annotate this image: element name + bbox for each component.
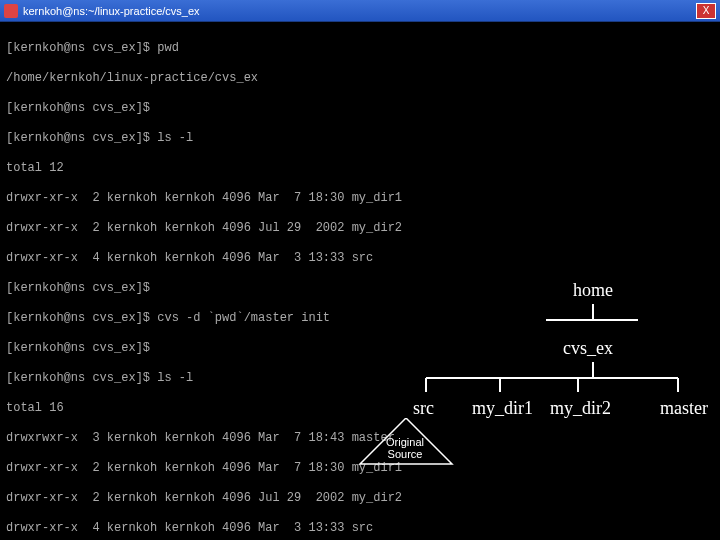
out-ls1-1: drwxr-xr-x 2 kernkoh kernkoh 4096 Mar 7 … (6, 191, 714, 206)
tree-node-cvs-ex: cvs_ex (563, 338, 613, 359)
close-button[interactable]: X (696, 3, 716, 19)
out-pwd: /home/kernkoh/linux-practice/cvs_ex (6, 71, 714, 86)
tree-node-home: home (573, 280, 613, 301)
tree-node-master: master (660, 398, 708, 419)
out-ls2-3: drwxr-xr-x 2 kernkoh kernkoh 4096 Jul 29… (6, 491, 714, 506)
window-titlebar: kernkoh@ns:~/linux-practice/cvs_ex X (0, 0, 720, 22)
annotation-line1: Original (362, 436, 448, 448)
tree-node-mydir1: my_dir1 (472, 398, 533, 419)
tree-node-mydir2: my_dir2 (550, 398, 611, 419)
out-ls1-3: drwxr-xr-x 4 kernkoh kernkoh 4096 Mar 3 … (6, 251, 714, 266)
directory-tree-overlay: home cvs_ex src my_dir1 my_dir2 master (378, 280, 708, 440)
out-ls1-2: drwxr-xr-x 2 kernkoh kernkoh 4096 Jul 29… (6, 221, 714, 236)
tree-node-src: src (413, 398, 434, 419)
window-title: kernkoh@ns:~/linux-practice/cvs_ex (23, 5, 694, 17)
out-ls2-4: drwxr-xr-x 4 kernkoh kernkoh 4096 Mar 3 … (6, 521, 714, 536)
annotation-line2: Source (362, 448, 448, 460)
cmd-cvs-init: cvs -d `pwd`/master init (157, 311, 330, 325)
cmd-pwd: pwd (157, 41, 179, 55)
out-total12: total 12 (6, 161, 714, 176)
prompt: [kernkoh@ns (6, 41, 85, 55)
cmd-ls1: ls -l (157, 131, 193, 145)
app-icon (4, 4, 18, 18)
out-ls2-2: drwxr-xr-x 2 kernkoh kernkoh 4096 Mar 7 … (6, 461, 714, 476)
original-source-annotation: Original Source (362, 436, 448, 460)
cmd-ls2: ls -l (157, 371, 193, 385)
